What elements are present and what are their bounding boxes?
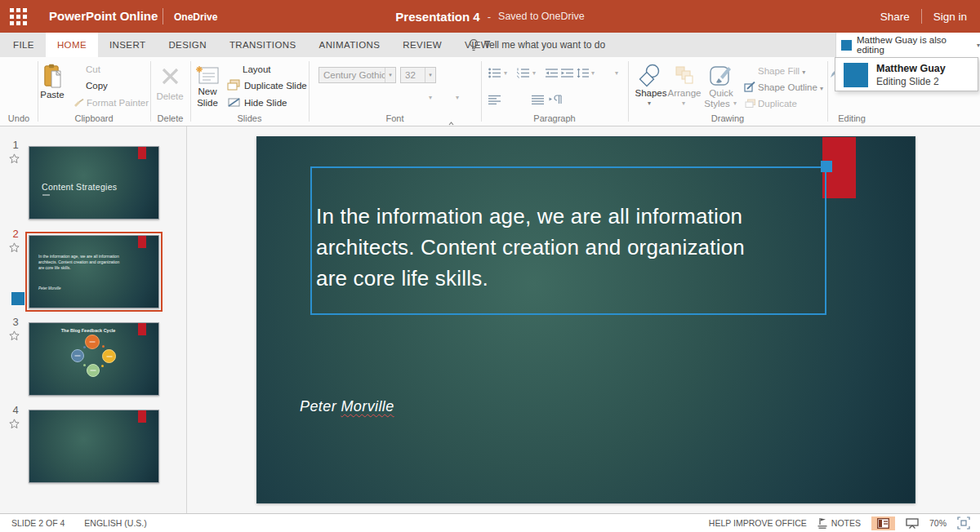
slide-1-number: 1 <box>8 139 23 151</box>
tab-home[interactable]: HOME <box>46 33 98 57</box>
chevron-down-icon[interactable]: ▾ <box>648 100 651 107</box>
language-indicator[interactable]: ENGLISH (U.S.) <box>84 518 146 528</box>
onedrive-link[interactable]: OneDrive <box>174 11 217 23</box>
chevron-down-icon[interactable]: ▾ <box>682 100 685 107</box>
chevron-down-icon: ▾ <box>820 85 823 92</box>
copy-button[interactable]: Copy <box>86 81 108 91</box>
tell-me-box[interactable]: Tell me what you want to do <box>469 33 605 57</box>
paste-button[interactable]: Paste <box>36 90 69 100</box>
shapes-icon[interactable] <box>638 64 662 88</box>
chevron-down-icon[interactable]: ▾ <box>532 69 536 77</box>
justify-icon[interactable] <box>532 95 544 104</box>
cut-button[interactable]: Cut <box>86 64 100 74</box>
arrange-icon[interactable] <box>675 65 694 85</box>
diagram-circle-blue <box>71 349 84 362</box>
diagram-dot <box>83 364 86 366</box>
new-slide-button-line2[interactable]: Slide <box>194 98 220 108</box>
tab-review[interactable]: REVIEW <box>391 33 453 57</box>
slide-editor[interactable]: In the information age, we are all infor… <box>256 136 915 503</box>
sign-in-button[interactable]: Sign in <box>933 11 967 23</box>
app-name[interactable]: PowerPoint Online <box>49 9 158 23</box>
format-painter-icon[interactable] <box>74 99 84 109</box>
shape-outline-icon[interactable] <box>744 82 755 92</box>
font-name-select[interactable]: Century Gothic ▾ <box>318 67 396 83</box>
status-bar: SLIDE 2 OF 4 ENGLISH (U.S.) HELP IMPROVE… <box>0 513 980 532</box>
arrange-button[interactable]: Arrange <box>666 88 703 98</box>
decrease-indent-icon[interactable] <box>546 68 558 78</box>
layout-button[interactable]: Layout <box>243 64 271 74</box>
share-button[interactable]: Share <box>880 11 910 23</box>
hide-slide-button[interactable]: Hide Slide <box>244 98 287 108</box>
chevron-down-icon[interactable]: ▾ <box>615 69 618 77</box>
editing-view-button[interactable] <box>871 516 895 530</box>
diagram-dot <box>83 346 86 348</box>
thumb-2-credit: Peter Morville <box>38 286 61 290</box>
editing-view-icon <box>877 518 889 529</box>
delete-button[interactable]: Delete <box>154 91 186 101</box>
shape-fill-button[interactable]: Shape Fill▾ <box>758 66 805 76</box>
thumb-1-title: Content Strategies <box>42 182 117 192</box>
app-launcher-icon[interactable] <box>10 8 29 27</box>
chevron-down-icon[interactable]: ▾ <box>504 69 507 77</box>
transition-star-icon <box>9 330 20 341</box>
paste-icon[interactable] <box>42 64 62 88</box>
new-slide-button[interactable]: New <box>194 86 220 96</box>
format-painter-button[interactable]: Format Painter <box>87 98 149 108</box>
slide-thumbnail-1[interactable]: Content Strategies <box>29 146 159 219</box>
slide-quote-text[interactable]: In the information age, we are all infor… <box>316 201 745 294</box>
chevron-down-icon[interactable]: ▾ <box>591 69 595 77</box>
slide-credit-text[interactable]: Peter Morville <box>300 398 394 415</box>
quick-styles-button[interactable]: Quick <box>704 88 738 98</box>
quick-styles-icon[interactable] <box>709 64 733 88</box>
duplicate-slide-icon[interactable] <box>227 79 240 91</box>
credit-first-name: Peter <box>300 398 341 415</box>
tab-insert[interactable]: INSERT <box>98 33 157 57</box>
topbar: PowerPoint Online OneDrive Presentation … <box>0 0 980 33</box>
help-improve-office-link[interactable]: HELP IMPROVE OFFICE <box>709 518 807 528</box>
document-title[interactable]: Presentation 4 <box>395 10 479 24</box>
tab-file[interactable]: FILE <box>2 33 46 57</box>
presence-banner[interactable]: Matthew Guay is also editing ▾ <box>835 33 980 57</box>
notes-toggle[interactable]: NOTES <box>817 517 861 529</box>
font-size-select[interactable]: 32 ▾ <box>400 67 436 83</box>
text-direction-icon[interactable] <box>549 95 563 104</box>
chevron-down-icon[interactable]: ▾ <box>429 94 432 101</box>
zoom-level[interactable]: 70% <box>929 518 947 528</box>
duplicate-icon[interactable] <box>745 99 756 109</box>
line-spacing-icon[interactable] <box>577 68 589 78</box>
tab-design[interactable]: DESIGN <box>157 33 218 57</box>
slide-accent-bar <box>138 147 146 159</box>
fit-to-window-button[interactable] <box>957 516 970 530</box>
presence-user-status: Editing Slide 2 <box>876 76 939 87</box>
tab-animations[interactable]: ANIMATIONS <box>308 33 392 57</box>
hide-slide-icon[interactable] <box>228 97 240 108</box>
bullets-icon[interactable] <box>488 68 501 78</box>
shapes-button[interactable]: Shapes <box>634 88 668 98</box>
delete-icon[interactable] <box>161 67 180 86</box>
slide-position-indicator: SLIDE 2 OF 4 <box>11 518 65 528</box>
group-label-undo: Undo <box>0 113 38 123</box>
chevron-down-icon[interactable]: ▾ <box>425 68 435 82</box>
selection-handle[interactable] <box>821 161 832 172</box>
slideshow-view-button[interactable] <box>906 518 919 529</box>
quick-styles-button-line2[interactable]: Styles <box>700 99 734 109</box>
group-label-clipboard: Clipboard <box>38 113 150 123</box>
new-slide-icon[interactable] <box>196 66 219 84</box>
tab-transitions[interactable]: TRANSITIONS <box>218 33 308 57</box>
shape-outline-button[interactable]: Shape Outline▾ <box>758 82 823 92</box>
save-status: Saved to OneDrive <box>498 11 585 22</box>
coauthor-presence-square[interactable] <box>11 292 24 305</box>
increase-indent-icon[interactable] <box>561 68 573 78</box>
duplicate-slide-button[interactable]: Duplicate Slide <box>244 81 307 91</box>
font-size-value: 32 <box>401 70 425 80</box>
slide-thumbnail-2[interactable]: In the information age, we are all infor… <box>29 235 159 308</box>
chevron-down-icon[interactable]: ▾ <box>733 100 737 107</box>
slide-thumbnail-4[interactable] <box>29 410 159 483</box>
align-left-icon[interactable] <box>488 95 501 104</box>
numbering-icon[interactable] <box>517 68 529 78</box>
duplicate-button[interactable]: Duplicate <box>758 99 797 109</box>
slide-thumbnail-3[interactable]: The Blog Feedback Cycle <box>29 322 159 396</box>
chevron-down-icon[interactable]: ▾ <box>385 68 395 82</box>
shape-outline-label: Shape Outline <box>758 82 817 92</box>
chevron-down-icon[interactable]: ▾ <box>456 94 459 101</box>
